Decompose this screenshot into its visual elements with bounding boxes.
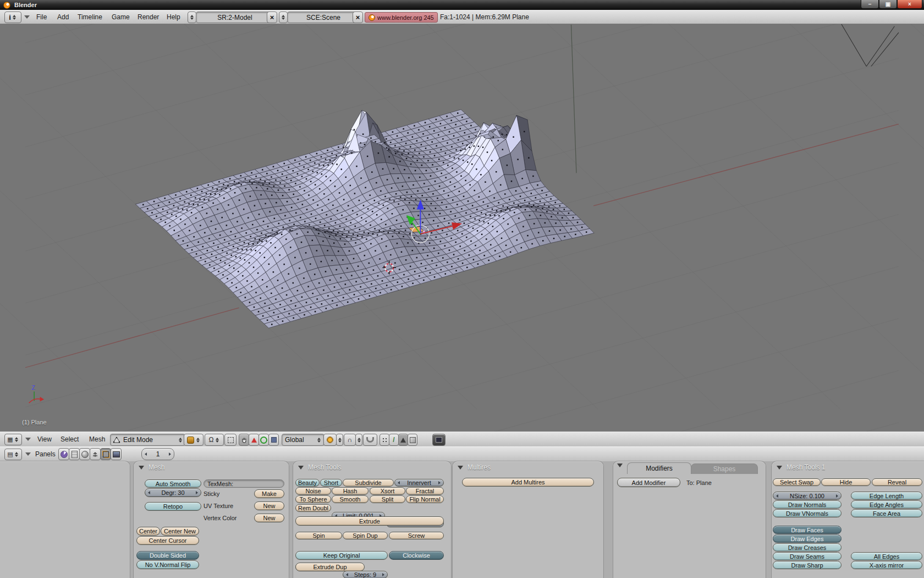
innervert-dropdown[interactable]: Innervert — [394, 479, 444, 487]
add-multires-button[interactable]: Add Multires — [462, 478, 594, 487]
window-type-button[interactable]: i — [4, 12, 21, 23]
subdivide-button[interactable]: Subdivide — [343, 479, 394, 487]
restore-button[interactable]: ▣ — [879, 0, 897, 9]
extrude-button[interactable]: Extrude — [295, 516, 444, 526]
falloff-curve-button[interactable]: ∩ — [344, 434, 356, 446]
header-collapse-icon[interactable] — [25, 449, 31, 459]
scene-delete-button[interactable]: × — [353, 12, 363, 23]
viewport-3d[interactable]: Z (1) Plane — [0, 24, 924, 432]
rem-doubles-button[interactable]: Rem Doubl — [295, 504, 331, 512]
center-cursor-button[interactable]: Center Cursor — [136, 536, 199, 545]
camera-object[interactable] — [842, 24, 899, 67]
menu-view[interactable]: View — [37, 434, 52, 444]
scene-name-field[interactable]: SCE:Scene — [287, 12, 356, 23]
panel-header-mesh-tools-1[interactable]: Mesh Tools 1 — [777, 464, 825, 471]
occlude-geometry-button[interactable] — [408, 434, 417, 446]
draw-faces-toggle[interactable]: Draw Faces — [773, 526, 842, 534]
proportional-stepper[interactable] — [336, 434, 343, 446]
manipulator-scale-button[interactable] — [268, 434, 279, 446]
tab-shapes[interactable]: Shapes — [691, 464, 758, 474]
manipulator-toggle-button[interactable] — [224, 434, 237, 446]
spin-dup-button[interactable]: Spin Dup — [343, 532, 388, 539]
fractal-button[interactable]: Fractal — [406, 487, 444, 495]
draw-sharp-toggle[interactable]: Draw Sharp — [773, 561, 842, 569]
no-vnormal-flip-toggle[interactable]: No V.Normal Flip — [136, 560, 199, 569]
smooth-button[interactable]: Smooth — [332, 495, 369, 503]
all-edges-toggle[interactable]: All Edges — [851, 552, 922, 560]
face-area-toggle[interactable]: Face Area — [851, 509, 922, 517]
logic-context-button[interactable] — [58, 448, 69, 460]
script-context-button[interactable] — [69, 448, 80, 460]
screen-browse-button[interactable] — [188, 12, 196, 23]
object-context-button[interactable] — [90, 448, 101, 460]
edge-angles-toggle[interactable]: Edge Angles — [851, 500, 922, 509]
hide-button[interactable]: Hide — [821, 478, 871, 486]
draw-seams-toggle[interactable]: Draw Seams — [773, 552, 842, 560]
panels-menu[interactable]: Panels — [35, 449, 56, 459]
menu-timeline[interactable]: Timeline — [78, 12, 102, 22]
split-button[interactable]: Split — [370, 495, 405, 503]
vertex-select-button[interactable] — [380, 434, 389, 446]
x-axis-mirror-toggle[interactable]: X-axis mirror — [851, 561, 922, 569]
screw-button[interactable]: Screw — [389, 532, 444, 539]
select-swap-button[interactable]: Select Swap — [773, 478, 821, 486]
editing-context-button[interactable] — [100, 448, 111, 460]
version-badge[interactable]: www.blender.org 245 — [365, 12, 438, 23]
add-modifier-dropdown[interactable]: Add Modifier — [617, 478, 680, 487]
steps-stepper[interactable]: Steps: 9 — [343, 571, 388, 578]
edge-select-button[interactable]: / — [389, 434, 399, 446]
shading-context-button[interactable] — [79, 448, 90, 460]
editor-type-button[interactable]: ▦ — [4, 434, 22, 445]
center-button[interactable]: Center — [136, 527, 160, 536]
xsort-button[interactable]: Xsort — [370, 487, 405, 495]
beauty-toggle[interactable]: Beauty — [295, 479, 320, 487]
menu-mesh[interactable]: Mesh — [89, 434, 105, 444]
to-sphere-button[interactable]: To Sphere — [295, 495, 331, 503]
vertex-color-new-button[interactable]: New — [254, 514, 284, 522]
close-button[interactable]: × — [897, 0, 922, 9]
draw-type-dropdown[interactable] — [184, 434, 204, 446]
menu-help[interactable]: Help — [167, 12, 180, 22]
keep-original-toggle[interactable]: Keep Original — [295, 551, 388, 560]
panel-header-mesh-tools[interactable]: Mesh Tools — [298, 464, 341, 471]
editor-type-button[interactable]: ▤ — [4, 449, 22, 460]
short-toggle[interactable]: Short — [320, 479, 342, 487]
edge-length-toggle[interactable]: Edge Length — [851, 492, 922, 500]
menu-render[interactable]: Render — [138, 12, 159, 22]
uv-texture-new-button[interactable]: New — [254, 501, 284, 510]
draw-edges-toggle[interactable]: Draw Edges — [773, 535, 842, 543]
menu-add[interactable]: Add — [57, 12, 69, 22]
auto-smooth-toggle[interactable]: Auto Smooth — [145, 479, 201, 488]
panel-header-mesh[interactable]: Mesh — [139, 464, 164, 471]
snap-magnet-button[interactable] — [363, 434, 377, 446]
spin-button[interactable]: Spin — [295, 532, 342, 539]
screen-name-field[interactable]: SR:2-Model — [196, 12, 271, 23]
panel-header-modifiers[interactable] — [617, 464, 623, 467]
header-collapse-icon[interactable] — [25, 434, 31, 444]
flip-normal-button[interactable]: Flip Normal — [406, 495, 444, 503]
header-collapse-icon[interactable] — [24, 12, 30, 22]
scene-browse-button[interactable] — [279, 12, 288, 23]
terrain-mesh[interactable] — [135, 110, 594, 328]
menu-select[interactable]: Select — [61, 434, 79, 444]
proportional-edit-button[interactable] — [323, 434, 337, 446]
frame-number-field[interactable]: 1 — [141, 448, 174, 460]
manipulator-hand-button[interactable] — [239, 434, 249, 446]
center-new-button[interactable]: Center New — [161, 527, 199, 536]
degr-stepper[interactable]: Degr: 30 — [145, 488, 201, 497]
manipulator-translate-button[interactable] — [249, 434, 259, 446]
hash-button[interactable]: Hash — [332, 487, 369, 495]
pivot-dropdown[interactable]: Ω — [205, 434, 224, 446]
reveal-button[interactable]: Reveal — [872, 478, 922, 486]
falloff-stepper[interactable] — [355, 434, 362, 446]
screen-delete-button[interactable]: × — [267, 12, 277, 23]
panel-header-multires[interactable]: Multires — [458, 464, 491, 471]
draw-normals-toggle[interactable]: Draw Normals — [773, 500, 842, 509]
double-sided-toggle[interactable]: Double Sided — [136, 551, 199, 560]
tab-modifiers[interactable]: Modifiers — [627, 462, 691, 474]
clockwise-toggle[interactable]: Clockwise — [389, 551, 444, 560]
menu-game[interactable]: Game — [112, 12, 130, 22]
sticky-make-button[interactable]: Make — [254, 489, 284, 498]
render-preview-button[interactable] — [432, 434, 446, 446]
minimize-button[interactable]: – — [861, 0, 879, 9]
